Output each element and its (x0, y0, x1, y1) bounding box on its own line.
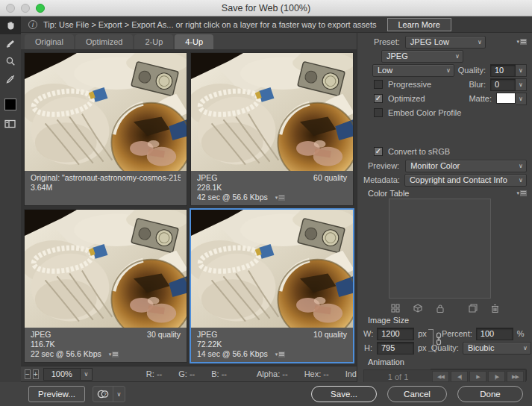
chevron-down-icon: ∨ (516, 163, 526, 169)
preset-label: Preset: (374, 37, 400, 46)
slice-select-tool-button[interactable] (0, 34, 21, 52)
width-field[interactable]: 1200 (377, 328, 414, 340)
readout-hex: Hex: -- (304, 369, 329, 378)
original-preview-image (25, 53, 187, 171)
jpeg-30-preview-image (25, 210, 187, 328)
zoom-level-select[interactable]: 100% ∨ (43, 368, 93, 381)
color-table-panel-menu[interactable]: ▾ (516, 190, 527, 196)
animation-title: Animation (368, 357, 404, 366)
readout-g: G: -- (178, 369, 195, 378)
play-button: ▶ (469, 371, 486, 382)
preview-panel-original[interactable]: Original: "astronaut-astronomy-cosmos-21… (24, 52, 187, 206)
optimized-checkbox[interactable]: ✓ (374, 94, 383, 103)
triangle-down-icon: ▾ (109, 352, 112, 357)
zoom-window-button[interactable] (36, 4, 45, 13)
matte-select[interactable]: ∨ (496, 93, 527, 105)
browser-select[interactable]: ? ∨ (93, 386, 125, 402)
learn-more-button[interactable]: Learn More (387, 18, 451, 31)
readout-b: B: -- (211, 369, 227, 378)
tab-optimized[interactable]: Optimized (75, 34, 134, 49)
compression-quality-select[interactable]: Low ∨ (372, 64, 454, 77)
caption-line: 22 sec @ 56.6 Kbps (31, 349, 101, 359)
preview-panel-10q-selected[interactable]: JPEG 10 quality 72.22K 14 sec @ 56.6 Kbp… (190, 209, 354, 363)
resample-quality-select[interactable]: Bicubic ∨ (463, 342, 531, 355)
preview-mode-label: Preview: (368, 161, 399, 170)
browser-preview-icon: ? (93, 388, 113, 400)
percent-unit: % (517, 329, 525, 338)
caption-line: 72.22K (197, 340, 347, 349)
zoom-tool-button[interactable] (0, 52, 21, 70)
preview-mode-select[interactable]: Monitor Color ∨ (405, 160, 527, 172)
title-bar: Save for Web (100%) (0, 0, 532, 16)
eyedropper-tool-button[interactable] (0, 70, 21, 88)
chevron-down-icon: ∨ (516, 177, 526, 184)
panel-caption: JPEG 30 quality 116.7K 22 sec @ 56.6 Kbp… (25, 328, 187, 362)
height-unit: px (418, 343, 427, 352)
readout-alpha: Alpha: -- (257, 369, 288, 378)
matte-color-swatch (496, 93, 516, 104)
settings-panel: Preset: JPEG Low ∨ ▾ JPEG ∨ Low ∨ Qualit… (357, 33, 532, 382)
hand-icon (4, 19, 16, 31)
embed-color-profile-label: Embed Color Profile (388, 108, 461, 117)
jpeg-60-preview-image (191, 53, 353, 171)
close-window-button (6, 4, 15, 13)
blur-stepper[interactable]: 0 ∨ (490, 78, 527, 91)
wh-link-bracket (428, 329, 434, 352)
zoom-level-value: 100% (44, 369, 80, 378)
lock-icon (436, 304, 445, 313)
menu-icon (520, 190, 527, 196)
status-bar: − + 100% ∨ R: -- G: -- B: -- Alpha: -- H… (21, 366, 357, 382)
panel-caption: Original: "astronaut-astronomy-cosmos-21… (25, 171, 187, 205)
color-table-title: Color Table (368, 189, 409, 198)
progressive-checkbox[interactable]: ✓ (374, 80, 383, 89)
download-rate-menu[interactable]: ▾ (275, 352, 286, 357)
tab-original[interactable]: Original (25, 34, 74, 49)
preview-in-browser-button[interactable]: Preview... (28, 386, 85, 402)
footer-bar: Preview... ? ∨ Save... Cancel Done (0, 382, 532, 406)
download-rate-menu[interactable]: ▾ (109, 352, 119, 357)
color-readouts: R: -- G: -- B: -- Alpha: -- Hex: -- Inde… (103, 368, 392, 381)
metadata-select[interactable]: Copyright and Contact Info ∨ (404, 174, 527, 187)
tip-bar: i Tip: Use File > Export > Export As... … (21, 16, 532, 33)
done-button[interactable]: Done (457, 386, 523, 402)
percent-field[interactable]: 100 (476, 328, 513, 340)
link-dimensions-icon[interactable] (435, 332, 442, 347)
triangle-down-icon: ▾ (275, 195, 278, 201)
eyedropper-icon (4, 73, 16, 85)
menu-icon (520, 39, 527, 45)
triangle-down-icon: ▾ (516, 190, 519, 196)
save-button[interactable]: Save... (311, 386, 377, 402)
minimize-window-button (21, 4, 30, 13)
panel-caption: JPEG 60 quality 228.1K 42 sec @ 56.6 Kbp… (191, 171, 353, 205)
preview-panel-30q[interactable]: JPEG 30 quality 116.7K 22 sec @ 56.6 Kbp… (24, 209, 187, 363)
preview-panel-60q[interactable]: JPEG 60 quality 228.1K 42 sec @ 56.6 Kbp… (190, 52, 354, 206)
cancel-button[interactable]: Cancel (387, 386, 447, 402)
last-frame-button: ▶▶ (507, 371, 524, 382)
triangle-down-icon: ▾ (516, 39, 519, 45)
web-shift-cube-icon (413, 304, 422, 313)
snap-to-web-icon (391, 304, 400, 313)
quality-label: Quality: (458, 66, 486, 75)
frame-status: 1 of 1 (364, 372, 432, 381)
embed-color-profile-checkbox[interactable]: ✓ (374, 108, 383, 117)
triangle-down-icon: ▾ (275, 352, 278, 357)
caption-line: 116.7K (31, 340, 181, 349)
tab-2up[interactable]: 2-Up (134, 34, 173, 49)
preset-panel-menu[interactable]: ▾ (516, 39, 527, 45)
eyedropper-color-swatch[interactable] (4, 99, 16, 110)
toggle-slices-visibility-button[interactable] (0, 115, 21, 133)
tab-4up[interactable]: 4-Up (175, 34, 213, 49)
new-color-icon (469, 304, 478, 313)
height-field[interactable]: 795 (377, 342, 414, 355)
download-rate-menu[interactable]: ▾ (275, 195, 286, 201)
hand-tool-button[interactable] (0, 16, 21, 34)
quality-stepper[interactable]: 10 ∨ (490, 64, 527, 77)
preset-select[interactable]: JPEG Low ∨ (405, 36, 486, 49)
convert-to-srgb-checkbox[interactable]: ✓ (374, 147, 383, 156)
zoom-in-button[interactable]: + (33, 369, 39, 379)
format-select[interactable]: JPEG ∨ (381, 50, 463, 63)
chevron-down-icon: ∨ (80, 369, 92, 380)
svg-text:?: ? (103, 391, 106, 398)
blur-label: Blur: (469, 80, 486, 89)
zoom-out-button[interactable]: − (25, 369, 31, 379)
